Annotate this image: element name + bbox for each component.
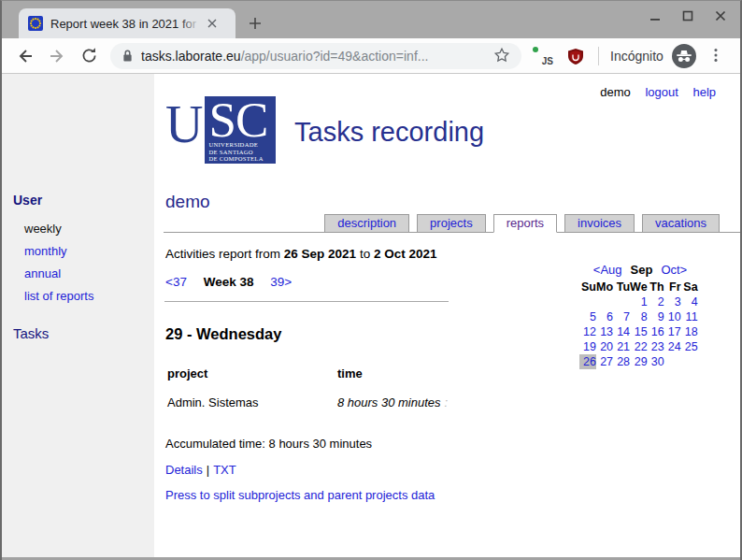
calendar-day[interactable]: 16 [648,324,664,339]
calendar-day[interactable]: 20 [596,339,613,354]
week-navigation: <37 Week 38 39> [165,275,292,289]
help-link[interactable]: help [692,85,716,99]
calendar-day-header: Fr [664,280,681,294]
calendar-header: <Aug Sep Oct> [579,263,701,277]
calendar-next-month-link[interactable]: Oct> [661,263,687,277]
horizontal-rule [164,301,449,302]
calendar-day[interactable]: 15 [630,324,648,339]
tab-invoices[interactable]: invoices [564,214,635,232]
calendar-day[interactable]: 21 [613,339,630,354]
calendar-day[interactable]: 27 [596,354,613,369]
tab-title-fade [179,18,200,36]
reload-icon[interactable] [77,44,101,68]
usc-logo: U SC UNIVERSIDADE DE SANTIAGO DE COMPOST… [165,96,276,164]
calendar-day[interactable]: 14 [613,324,630,339]
usc-logo-u: U [165,98,205,164]
url-path: /app/usuario?id=49&action=inf... [241,49,429,64]
next-week-link[interactable]: 39> [270,275,292,289]
ublock-extension-icon[interactable] [564,46,585,66]
url-domain: tasks.laborate.eu [141,49,241,64]
minimize-button[interactable] [649,9,662,22]
calendar-day-header: Tu [613,280,630,294]
tab-vacations[interactable]: vacations [642,214,720,232]
calendar-day[interactable]: 1 [630,294,648,309]
calendar-grid: Su Mo Tu We Th Fr Sa [579,280,698,369]
calendar-day[interactable]: 11 [681,309,698,324]
project-cell: Admin. Sistemas [167,395,337,409]
calendar-day[interactable]: 4 [681,294,698,309]
app-title: Tasks recording [294,117,484,148]
forward-icon[interactable] [45,44,69,68]
sidebar-item-weekly: weekly [24,222,62,236]
usc-logo-box: SC UNIVERSIDADE DE SANTIAGO DE COMPOSTEL… [205,96,276,164]
page-title: demo [165,192,210,212]
prev-week-link[interactable]: <37 [165,275,187,289]
calendar-day [596,294,613,309]
titlebar: Report week 38 in 2021 for [2,1,740,38]
split-projects-link[interactable]: Press to split subprojects and parent pr… [165,488,435,502]
js-extension-icon[interactable]: JS [533,46,553,66]
calendar-day[interactable]: 18 [681,324,698,339]
url-text: tasks.laborate.eu/app/usuario?id=49&acti… [141,49,493,64]
calendar-day[interactable]: 9 [648,309,664,324]
calendar-day[interactable]: 12 [579,324,596,339]
calendar-day[interactable]: 23 [648,339,664,354]
menu-dots-icon[interactable] [707,47,726,65]
browser-tab[interactable]: Report week 38 in 2021 for [19,8,235,38]
tab-reports[interactable]: reports [493,214,557,233]
calendar-day[interactable]: 6 [596,309,613,324]
maximize-button[interactable] [681,9,694,22]
table-row: Admin. Sistemas 8 hours 30 minutes: [167,395,448,409]
new-tab-button[interactable] [245,13,265,34]
bookmark-star-icon[interactable] [493,47,512,65]
calendar-day[interactable]: 2 [648,294,664,309]
toolbar-separator [598,47,599,65]
sidebar-item-annual[interactable]: annual [24,266,61,280]
calendar-day[interactable]: 22 [630,339,648,354]
incognito-icon [672,44,696,68]
tab-description[interactable]: description [324,214,409,232]
txt-link[interactable]: TXT [213,463,236,477]
sidebar-item-list-of-reports[interactable]: list of reports [24,289,93,303]
eu-flag-favicon [28,16,43,31]
calendar-prev-month-link[interactable]: <Aug [593,263,622,277]
calendar-day[interactable]: 8 [630,309,648,324]
calendar-day[interactable]: 7 [613,309,630,324]
calendar-day-header: Mo [596,280,613,294]
usc-logo-line1: UNIVERSIDADE [208,141,272,149]
lock-icon[interactable] [122,49,133,63]
report-intro: Activities report from 26 Sep 2021 to 2 … [165,247,436,261]
calendar-day [681,354,698,369]
calendar-day[interactable]: 28 [613,354,630,369]
calendar-day[interactable]: 13 [596,324,613,339]
page-content: User weekly monthly annual list of repor… [2,74,740,557]
calendar-day [579,294,596,309]
report-to-date: 2 Oct 2021 [374,247,437,261]
report-intro-prefix: Activities report from [165,247,280,261]
url-bar[interactable]: tasks.laborate.eu/app/usuario?id=49&acti… [110,43,521,69]
usc-logo-caption: UNIVERSIDADE DE SANTIAGO DE COMPOSTELA [208,141,272,166]
column-header-project: project [167,366,337,395]
details-link[interactable]: Details [165,463,203,477]
back-icon[interactable] [13,44,37,68]
calendar-day[interactable]: 19 [579,339,596,354]
calendar-day[interactable]: 24 [664,339,681,354]
calendar-day[interactable]: 25 [681,339,698,354]
calendar-day[interactable]: 30 [648,354,664,369]
tab-projects[interactable]: projects [417,214,486,232]
calendar-day-header: We [630,280,648,294]
close-button[interactable] [714,9,727,22]
calendar-day[interactable]: 10 [664,309,681,324]
tab-close-icon[interactable] [204,15,221,32]
js-extension-badge [533,47,538,52]
logout-link[interactable]: logout [645,85,678,99]
calendar-day[interactable]: 29 [630,354,648,369]
incognito-label: Incógnito [610,49,664,64]
calendar-day[interactable]: 5 [579,309,596,324]
sidebar-item-monthly[interactable]: monthly [24,244,67,258]
calendar-day[interactable]: 17 [664,324,681,339]
calendar-day[interactable]: 3 [664,294,681,309]
tab-bar: description projects reports invoices va… [164,214,740,233]
links-pipe: | [207,463,209,477]
calendar-day-selected[interactable]: 26 [579,354,596,369]
